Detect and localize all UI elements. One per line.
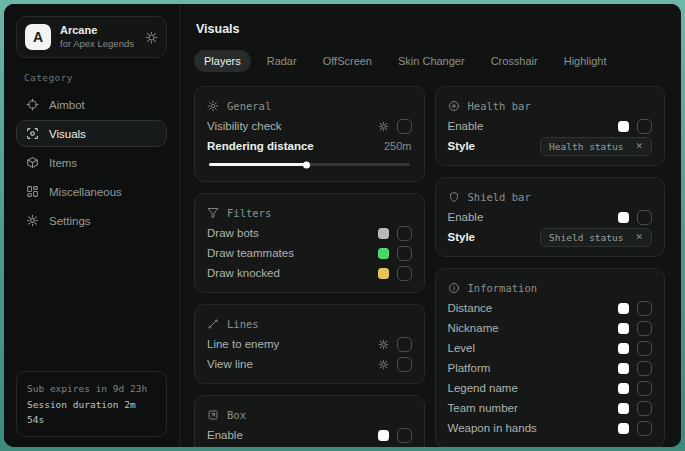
sidebar-item-visuals[interactable]: Visuals (16, 120, 167, 147)
legend-name-checkbox[interactable] (637, 381, 652, 396)
setting-label: Visibility check (207, 120, 282, 132)
brand-text: Arcane for Apex Legends (60, 24, 136, 50)
color-swatch[interactable] (618, 423, 629, 434)
setting-label: Draw knocked (207, 267, 280, 279)
card-title: Lines (227, 318, 259, 330)
app-subtitle: for Apex Legends (60, 38, 136, 50)
setting-row-shield-style: Style Shield status ✕ (448, 227, 653, 247)
color-swatch[interactable] (618, 323, 629, 334)
color-swatch[interactable] (618, 383, 629, 394)
sidebar-item-label: Items (49, 157, 77, 169)
setting-label: Line to enemy (207, 338, 279, 350)
health-enable-checkbox[interactable] (637, 119, 652, 134)
tab-highlight[interactable]: Highlight (554, 50, 617, 72)
card-title: General (227, 100, 271, 112)
setting-row-draw-bots: Draw bots (207, 223, 412, 243)
distance-checkbox[interactable] (637, 301, 652, 316)
sub-expiry-text: Sub expires in 9d 23h (27, 381, 156, 396)
health-plus-icon (448, 100, 460, 112)
box-enable-checkbox[interactable] (397, 428, 412, 443)
draw-bots-checkbox[interactable] (397, 226, 412, 241)
app-window: A Arcane for Apex Legends Category Aimbo… (4, 4, 681, 447)
setting-row-nickname: Nickname (448, 318, 653, 338)
line-to-enemy-checkbox[interactable] (397, 337, 412, 352)
rendering-distance-value: 250m (384, 140, 412, 152)
close-icon[interactable]: ✕ (635, 232, 643, 242)
setting-row-box-enable: Enable (207, 425, 412, 445)
line-icon (207, 318, 219, 330)
tab-crosshair[interactable]: Crosshair (481, 50, 548, 72)
view-line-checkbox[interactable] (397, 357, 412, 372)
nickname-checkbox[interactable] (637, 321, 652, 336)
setting-row-rendering-distance: Rendering distance 250m (207, 136, 412, 156)
color-swatch[interactable] (378, 268, 389, 279)
color-swatch[interactable] (618, 343, 629, 354)
color-swatch[interactable] (618, 212, 629, 223)
platform-checkbox[interactable] (637, 361, 652, 376)
gear-icon (26, 214, 39, 227)
setting-row-platform: Platform (448, 358, 653, 378)
card-health-bar: Health bar Enable Style Health status (435, 86, 666, 166)
shield-icon (448, 191, 460, 203)
setting-row-view-line: View line (207, 354, 412, 374)
setting-row-team-number: Team number (448, 398, 653, 418)
tab-offscreen[interactable]: OffScreen (313, 50, 382, 72)
sidebar-item-aimbot[interactable]: Aimbot (16, 91, 167, 118)
health-style-select[interactable]: Health status ✕ (540, 137, 652, 156)
color-swatch[interactable] (618, 363, 629, 374)
setting-row-draw-teammates: Draw teammates (207, 243, 412, 263)
card-title: Box (227, 409, 246, 421)
card-lines: Lines Line to enemy View line (194, 304, 425, 384)
brand-settings-icon[interactable] (145, 31, 158, 44)
visibility-check-checkbox[interactable] (397, 119, 412, 134)
setting-row-box-background: Enable background (207, 445, 412, 447)
setting-row-draw-knocked: Draw knocked (207, 263, 412, 283)
app-name: Arcane (60, 24, 136, 38)
draw-teammates-checkbox[interactable] (397, 246, 412, 261)
sidebar-item-settings[interactable]: Settings (16, 207, 167, 234)
main-panel: Visuals Players Radar OffScreen Skin Cha… (180, 4, 681, 447)
sidebar-item-miscellaneous[interactable]: Miscellaneous (16, 178, 167, 205)
tab-skin-changer[interactable]: Skin Changer (388, 50, 475, 72)
app-logo: A (25, 24, 51, 50)
team-number-checkbox[interactable] (637, 401, 652, 416)
settings-columns: General Visibility check Rendering dista… (194, 86, 665, 447)
weapon-in-hands-checkbox[interactable] (637, 421, 652, 436)
setting-label: Draw bots (207, 227, 259, 239)
setting-label: Team number (448, 402, 518, 414)
shield-style-select[interactable]: Shield status ✕ (540, 228, 652, 247)
row-settings-icon[interactable] (378, 339, 389, 350)
color-swatch[interactable] (378, 228, 389, 239)
rendering-distance-slider[interactable] (209, 163, 410, 166)
color-swatch[interactable] (618, 303, 629, 314)
tab-players[interactable]: Players (194, 50, 251, 72)
setting-label: View line (207, 358, 253, 370)
row-settings-icon[interactable] (378, 359, 389, 370)
close-icon[interactable]: ✕ (635, 141, 643, 151)
sidebar-item-label: Visuals (49, 128, 86, 140)
selected-style-value: Shield status (549, 232, 623, 243)
sidebar-item-label: Aimbot (49, 99, 85, 111)
setting-label: Enable (448, 120, 484, 132)
card-filters: Filters Draw bots Draw teammates (194, 193, 425, 293)
color-swatch[interactable] (378, 430, 389, 441)
draw-knocked-checkbox[interactable] (397, 266, 412, 281)
sidebar-item-items[interactable]: Items (16, 149, 167, 176)
slider-thumb[interactable] (303, 161, 310, 168)
setting-row-health-enable: Enable (448, 116, 653, 136)
grid-icon (26, 185, 39, 198)
crosshair-icon (26, 98, 39, 111)
shield-enable-checkbox[interactable] (637, 210, 652, 225)
color-swatch[interactable] (618, 121, 629, 132)
level-checkbox[interactable] (637, 341, 652, 356)
color-swatch[interactable] (618, 403, 629, 414)
category-label: Category (24, 72, 167, 83)
sidebar: A Arcane for Apex Legends Category Aimbo… (4, 4, 180, 447)
tab-radar[interactable]: Radar (257, 50, 307, 72)
setting-label: Enable (448, 211, 484, 223)
brand-card: A Arcane for Apex Legends (16, 16, 167, 58)
row-settings-icon[interactable] (378, 121, 389, 132)
box-icon (207, 409, 219, 421)
setting-label: Distance (448, 302, 493, 314)
color-swatch[interactable] (378, 248, 389, 259)
